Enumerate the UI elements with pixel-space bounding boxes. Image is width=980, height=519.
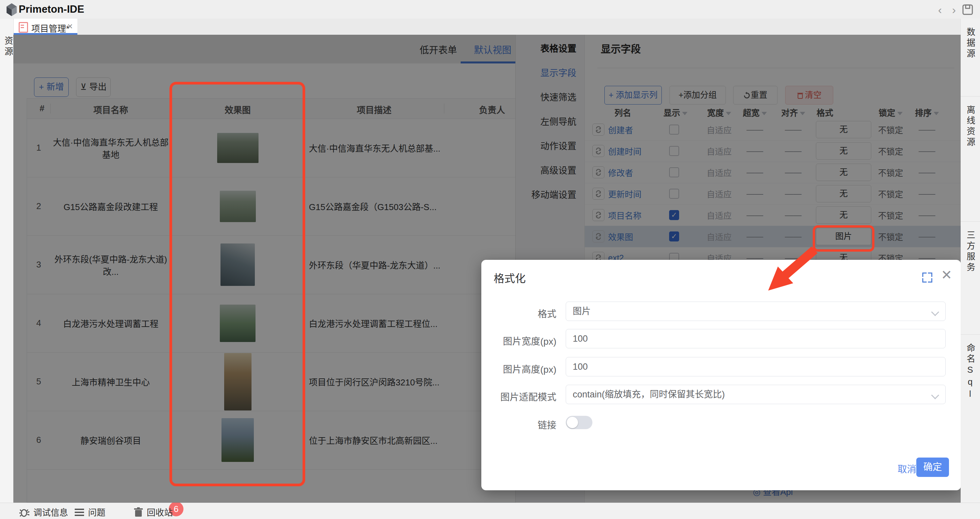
image-height-label: 图片高度(px)	[481, 362, 556, 375]
chevron-down-icon	[931, 308, 939, 316]
image-width-input[interactable]: 100	[566, 329, 946, 348]
statusbar-problems[interactable]: 问题 6	[74, 506, 105, 517]
save-icon[interactable]	[962, 4, 973, 15]
format-label: 格式	[481, 307, 556, 320]
modal-title: 格式化	[494, 270, 526, 285]
content-region: 低开表单 默认视图 +新增 ⊻导出 # 项目名称 效果图 项目描述 负责人 1 …	[13, 35, 961, 503]
bug-icon	[19, 507, 30, 517]
app-window: Primeton-IDE ‹ › 项目管理* × 资源 数据源 离线资源 三方服…	[0, 0, 980, 519]
trash-icon	[134, 507, 143, 517]
rail-item-resources[interactable]: 资源	[2, 36, 14, 57]
rail-item-named-sql[interactable]: 命名Sql	[961, 335, 980, 487]
image-width-label: 图片宽度(px)	[481, 334, 556, 347]
rail-item-third-party-services[interactable]: 三方服务	[961, 222, 980, 335]
left-rail: 资源	[0, 19, 14, 503]
modal-close-icon[interactable]: ✕	[941, 267, 952, 283]
tab-project-management[interactable]: 项目管理* ×	[13, 19, 77, 35]
format-modal: 格式化 ✕ 格式 图片 图片宽度(px) 100 图片高度(px) 100 图片…	[481, 260, 961, 490]
link-label: 链接	[481, 418, 556, 431]
statusbar-recycle-bin[interactable]: 回收站	[134, 506, 173, 517]
confirm-button[interactable]: 确定	[916, 458, 949, 477]
rail-item-offline-resources[interactable]: 离线资源	[961, 96, 980, 222]
cancel-button[interactable]: 取消	[897, 462, 916, 475]
app-title: Primeton-IDE	[19, 3, 84, 15]
app-logo-icon	[4, 2, 19, 18]
image-fit-label: 图片适配模式	[481, 390, 556, 403]
format-select[interactable]: 图片	[566, 302, 946, 321]
link-toggle[interactable]	[566, 416, 592, 429]
statusbar-debug-info[interactable]: 调试信息	[19, 506, 68, 517]
document-icon	[19, 22, 28, 33]
tab-label: 项目管理*	[31, 22, 69, 34]
chevron-down-icon	[931, 391, 939, 399]
fullscreen-icon[interactable]	[922, 273, 932, 283]
titlebar: Primeton-IDE ‹ ›	[0, 0, 980, 19]
nav-forward-icon[interactable]: ›	[948, 3, 960, 16]
right-rail: 数据源 离线资源 三方服务 命名Sql	[960, 19, 980, 503]
list-icon	[74, 507, 85, 517]
tab-close-icon[interactable]: ×	[67, 21, 73, 32]
image-height-input[interactable]: 100	[566, 357, 946, 376]
editor-tabbar: 项目管理* ×	[13, 19, 961, 35]
rail-item-datasource[interactable]: 数据源	[961, 19, 980, 96]
image-fit-select[interactable]: contain(缩放填充，同时保留其长宽比)	[566, 385, 946, 404]
nav-back-icon[interactable]: ‹	[934, 3, 946, 16]
statusbar: 调试信息 问题 6 回收站	[0, 503, 980, 519]
